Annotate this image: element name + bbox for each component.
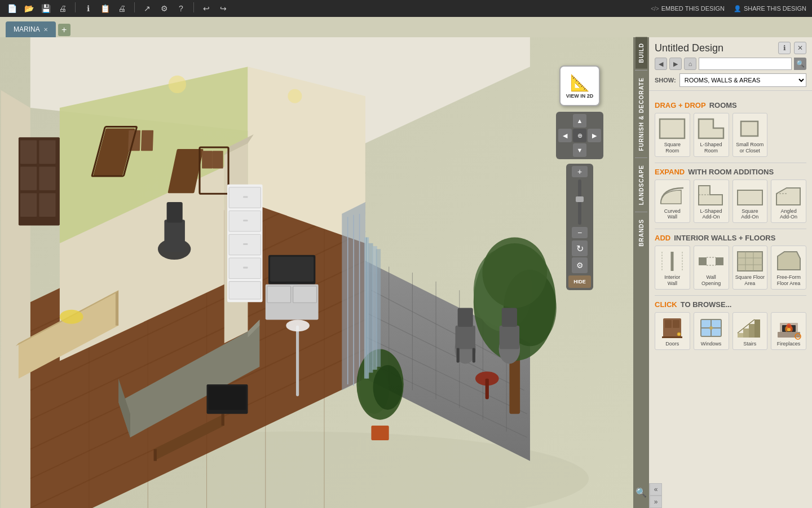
square-floor-icon (735, 249, 765, 273)
square-floor-item[interactable]: Square FloorArea (732, 246, 768, 290)
angled-addon-item[interactable]: AngledAdd-On (771, 179, 806, 224)
nav-home-button[interactable]: ⌂ (684, 58, 696, 70)
zoom-track[interactable] (578, 179, 581, 225)
doors-item[interactable]: Doors (655, 312, 690, 350)
separator2 (134, 2, 135, 12)
share-button[interactable]: 👤 SHARE THIS DESIGN (734, 5, 806, 12)
nav-back-button[interactable]: ◀ (655, 58, 667, 70)
interior-wall-item[interactable]: InteriorWall (655, 246, 690, 290)
svg-point-58 (60, 310, 83, 324)
hide-button[interactable]: HIDE (568, 275, 591, 288)
canvas-area[interactable]: 📐 VIEW IN 2D ▲ ◀ ⊕ ▶ ▼ + − ↻ (0, 37, 648, 508)
nav-empty-bl (558, 143, 572, 157)
topbar: 📄 📂 💾 🖨 ℹ 📋 🖨 ↗ ⚙ ? ↩ ↪ </> EMBED THIS D… (0, 0, 812, 17)
add-tab-button[interactable]: + (58, 24, 70, 36)
redo-icon[interactable]: ↪ (217, 2, 230, 15)
nav-center-button[interactable]: ⊕ (573, 129, 586, 142)
svg-rect-127 (738, 252, 762, 271)
divider3 (655, 295, 806, 296)
expand-rest: WITH ROOM ADDITIONS (688, 168, 774, 176)
freeform-floor-icon (774, 249, 804, 273)
windows-item[interactable]: Windows (694, 312, 729, 350)
svg-line-147 (738, 329, 743, 333)
small-room-item[interactable]: Small Roomor Closet (732, 113, 768, 157)
embed-button[interactable]: </> EMBED THIS DESIGN (651, 5, 725, 12)
nav-left-button[interactable]: ◀ (558, 129, 572, 142)
panel-search-input[interactable] (699, 58, 792, 70)
nav-down-button[interactable]: ▼ (573, 143, 586, 157)
help-icon[interactable]: ? (175, 2, 187, 15)
scroll-buttons: « » (649, 483, 812, 508)
print-icon[interactable]: 🖨 (56, 2, 69, 15)
zoom-thumb[interactable] (576, 196, 584, 202)
square-addon-item[interactable]: SquareAdd-On (732, 179, 768, 224)
brands-tab[interactable]: BRANDS (636, 213, 647, 252)
doors-icon (657, 316, 687, 340)
stairs-label: Stairs (743, 341, 756, 347)
fireplaces-item[interactable]: + Fireplaces (771, 312, 806, 350)
svg-rect-83 (509, 355, 520, 414)
close-panel-icon[interactable]: ✕ (794, 42, 806, 54)
main-layout: 📐 VIEW IN 2D ▲ ◀ ⊕ ▶ ▼ + − ↻ (0, 37, 812, 508)
square-room-icon (657, 117, 687, 141)
small-room-label: Small Roomor Closet (736, 142, 764, 154)
save-icon[interactable]: 💾 (39, 2, 52, 15)
search-tab[interactable]: 🔍 (633, 481, 650, 503)
print2-icon[interactable]: 🖨 (116, 2, 128, 15)
square-addon-label: SquareAdd-On (741, 208, 758, 221)
info-icon[interactable]: ℹ (82, 2, 94, 15)
panel-content[interactable]: DRAG + DROP ROOMS SquareRoom (649, 91, 812, 508)
svg-rect-110 (376, 249, 381, 367)
wall-opening-item[interactable]: WallOpening (694, 246, 729, 290)
interior-header: ADD INTERIOR WALLS + FLOORS (655, 234, 806, 242)
settings-icon[interactable]: ⚙ (158, 2, 170, 15)
freeform-floor-item[interactable]: Free-FormFloor Area (771, 246, 806, 290)
topbar-left: 📄 📂 💾 🖨 ℹ 📋 🖨 ↗ ⚙ ? ↩ ↪ (6, 2, 230, 15)
svg-rect-49 (39, 167, 55, 190)
tabbar: MARINA ✕ + (0, 17, 812, 37)
l-shaped-addon-label: L-ShapedAdd-On (700, 208, 722, 221)
topbar-right: </> EMBED THIS DESIGN 👤 SHARE THIS DESIG… (651, 5, 806, 12)
right-panel: BUILD FURNISH & DECORATE LANDSCAPE BRAND… (648, 37, 812, 508)
zoom-out-button[interactable]: − (572, 227, 588, 238)
divider1 (655, 163, 806, 163)
svg-rect-42 (202, 151, 213, 168)
svg-rect-138 (662, 336, 682, 338)
curved-wall-item[interactable]: CurvedWall (655, 179, 690, 224)
rotate-button[interactable]: ↻ (572, 240, 588, 256)
landscape-tab[interactable]: LANDSCAPE (636, 159, 647, 211)
nav-right-button[interactable]: ▶ (588, 129, 601, 142)
gear-settings-button[interactable]: ⚙ (572, 257, 588, 273)
wall-opening-icon (696, 249, 726, 273)
l-shaped-addon-item[interactable]: L-ShapedAdd-On (694, 179, 729, 224)
pages-icon[interactable]: 📋 (99, 2, 111, 15)
open-file-icon[interactable]: 📂 (23, 2, 35, 15)
nav-up-button[interactable]: ▲ (573, 114, 586, 128)
tab-close-icon[interactable]: ✕ (43, 27, 48, 33)
svg-rect-82 (209, 386, 246, 410)
new-file-icon[interactable]: 📄 (6, 2, 18, 15)
panel-search-button[interactable]: 🔍 (794, 58, 806, 70)
marina-tab[interactable]: MARINA ✕ (6, 21, 56, 37)
svg-point-105 (288, 89, 302, 103)
svg-marker-79 (154, 449, 157, 461)
view-2d-button[interactable]: 📐 VIEW IN 2D (559, 65, 600, 106)
zoom-in-button[interactable]: + (572, 166, 588, 177)
square-room-item[interactable]: SquareRoom (655, 113, 690, 157)
view-controls: 📐 VIEW IN 2D ▲ ◀ ⊕ ▶ ▼ + − ↻ (556, 65, 603, 290)
export-icon[interactable]: ↗ (141, 2, 153, 15)
svg-rect-113 (741, 121, 758, 136)
freeform-floor-label: Free-FormFloor Area (776, 274, 801, 287)
info-panel-icon[interactable]: ℹ (778, 42, 791, 54)
stairs-item[interactable]: Stairs (732, 312, 768, 350)
l-shaped-room-item[interactable]: L-ShapedRoom (694, 113, 729, 157)
svg-line-148 (743, 324, 749, 329)
nav-forward-button[interactable]: ▶ (669, 58, 682, 70)
undo-icon[interactable]: ↩ (200, 2, 213, 15)
show-select[interactable]: ROOMS, WALLS & AREAS FURNITURE ALL (679, 73, 806, 87)
scroll-down-button[interactable]: » (650, 496, 662, 508)
furnish-tab[interactable]: FURNISH & DECORATE (636, 72, 647, 157)
build-tab[interactable]: BUILD (636, 37, 647, 69)
blueprint-icon: 📐 (570, 73, 590, 92)
scroll-up-button[interactable]: « (650, 483, 662, 496)
